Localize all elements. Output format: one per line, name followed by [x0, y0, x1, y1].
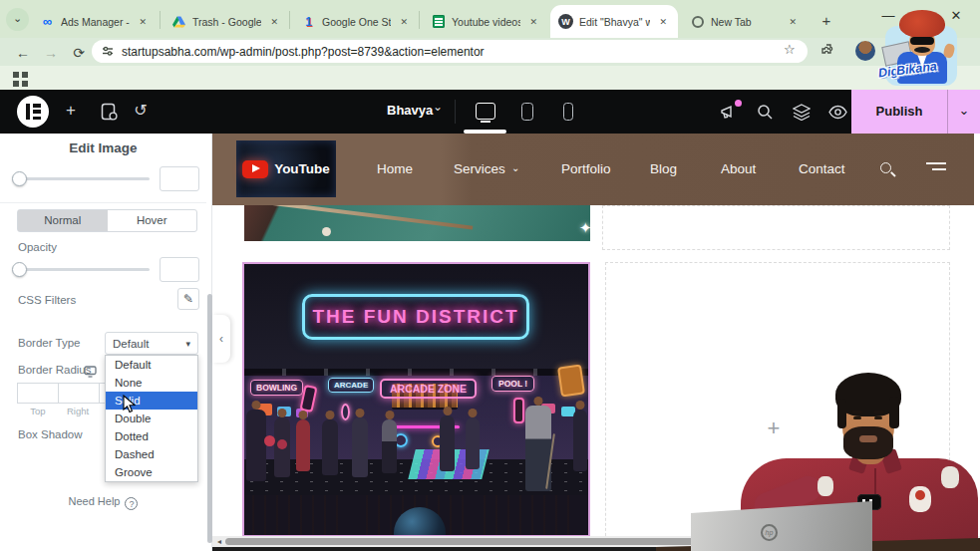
opacity-slider-track[interactable] — [18, 268, 150, 271]
device-tablet-icon[interactable] — [521, 103, 533, 121]
publish-button[interactable]: Publish — [851, 90, 947, 134]
back-icon[interactable]: ← — [12, 42, 34, 64]
user-dropdown-chevron-icon[interactable]: ⌄ — [433, 100, 443, 114]
shirt-chest-logo — [909, 486, 931, 512]
option-dotted[interactable]: Dotted — [106, 427, 197, 445]
new-tab-button[interactable]: + — [816, 10, 837, 32]
nav-contact[interactable]: Contact — [799, 161, 845, 176]
tab-edit-bhavya-active[interactable]: W Edit "Bhavya" with ✕ — [550, 5, 678, 38]
bowling-lane — [252, 495, 344, 535]
device-desktop-icon[interactable] — [476, 103, 495, 120]
tab-title: Google One Stora — [322, 16, 391, 28]
tab-google-one[interactable]: 1 Google One Stora ✕ — [293, 5, 419, 38]
close-tab-icon[interactable]: ✕ — [786, 16, 800, 28]
nav-about[interactable]: About — [721, 161, 756, 176]
notification-dot — [735, 100, 742, 107]
presenter-sideburn — [889, 397, 899, 428]
nav-portfolio[interactable]: Portfolio — [561, 161, 611, 176]
css-filters-edit-icon[interactable]: ✎ — [177, 288, 199, 310]
opacity-slider-handle[interactable] — [12, 262, 27, 277]
digital-bikana-watermark: Digital Bikana — [881, 8, 965, 94]
extensions-icon[interactable] — [821, 44, 835, 62]
need-help-label: Need Help — [69, 495, 121, 507]
tab-title: New Tab — [711, 16, 780, 28]
tab-new-tab[interactable]: New Tab ✕ — [682, 5, 808, 38]
opacity-value-input[interactable] — [160, 257, 199, 282]
user-dropdown-label[interactable]: Bhavya — [387, 103, 433, 118]
radius-right-input[interactable] — [58, 383, 100, 404]
finder-search-icon[interactable] — [757, 104, 774, 125]
border-type-select[interactable]: Default ▾ — [105, 332, 198, 355]
responsive-monitor-icon[interactable] — [84, 364, 97, 382]
wordpress-icon: W — [558, 14, 573, 29]
site-logo[interactable]: YouTube — [236, 140, 336, 197]
apps-grid-icon[interactable] — [13, 72, 19, 78]
bowling-ball-red — [277, 439, 287, 449]
fun-district-image-selected[interactable]: THE FUN DISTRICT BOWLING ARCADE ARCADE Z… — [242, 262, 590, 537]
tab-search-chevron-icon[interactable]: ⌄ — [6, 8, 29, 31]
tab-youtube-sheet[interactable]: Youtube videos co ✕ — [423, 5, 548, 38]
need-help-link[interactable]: Need Help? — [0, 495, 206, 510]
whats-new-megaphone-icon[interactable] — [720, 104, 738, 125]
google-sheets-icon — [431, 14, 446, 29]
pool-table-image[interactable]: ✦ — [244, 205, 590, 241]
tab-hover[interactable]: Hover — [108, 210, 197, 231]
chrome-icon — [690, 14, 705, 29]
nav-home[interactable]: Home — [377, 161, 413, 176]
mouse-cursor — [123, 395, 137, 418]
reload-icon[interactable]: ⟳ — [68, 42, 90, 64]
panel-collapse-button[interactable]: ‹ — [212, 315, 230, 363]
empty-column-placeholder[interactable] — [602, 205, 950, 250]
add-element-icon[interactable]: + — [61, 101, 81, 121]
site-info-icon[interactable] — [102, 43, 114, 61]
history-icon[interactable]: ↺ — [131, 101, 151, 120]
elementor-logo-bar — [33, 110, 41, 114]
preview-eye-icon[interactable] — [828, 105, 847, 124]
size-value-input[interactable] — [160, 166, 199, 191]
bookmarks-bar — [0, 66, 980, 90]
tab-ads-manager[interactable]: ∞ Ads Manager - Ma ✕ — [32, 5, 158, 38]
hp-logo: hp — [761, 524, 778, 541]
tab-separator — [160, 11, 161, 29]
address-bar[interactable]: startupsabha.com/wp-admin/post.php?post=… — [92, 40, 808, 63]
option-solid-highlighted[interactable]: Solid — [106, 392, 197, 410]
option-default[interactable]: Default — [106, 356, 197, 374]
nav-services[interactable]: Services — [454, 161, 505, 176]
nav-blog[interactable]: Blog — [650, 161, 677, 176]
close-tab-icon[interactable]: ✕ — [136, 16, 150, 28]
nav-search-icon[interactable] — [880, 162, 891, 173]
ai-sparkle-icon[interactable]: ✦ — [579, 219, 590, 237]
option-groove[interactable]: Groove — [106, 463, 197, 481]
close-tab-icon[interactable]: ✕ — [526, 16, 540, 28]
nav-menu-icon[interactable] — [926, 162, 946, 174]
vertical-neon-sign — [513, 398, 524, 423]
option-none[interactable]: None — [106, 374, 197, 392]
elementor-menu-logo[interactable] — [17, 96, 49, 128]
device-mobile-icon[interactable] — [563, 103, 573, 121]
close-tab-icon[interactable]: ✕ — [656, 16, 670, 28]
tab-normal[interactable]: Normal — [18, 210, 108, 231]
option-dashed[interactable]: Dashed — [106, 445, 197, 463]
close-tab-icon[interactable]: ✕ — [397, 16, 411, 28]
forward-icon[interactable]: → — [40, 42, 62, 64]
publish-options-chevron-icon[interactable]: ⌄ — [947, 90, 980, 134]
url-text[interactable]: startupsabha.com/wp-admin/post.php?post=… — [122, 45, 485, 59]
structure-layers-icon[interactable] — [793, 104, 811, 125]
orange-wall-sign — [557, 364, 585, 397]
border-type-dropdown-list: Default None Solid Double Dotted Dashed … — [105, 355, 198, 482]
bookmark-star-icon[interactable]: ☆ — [784, 42, 796, 57]
size-slider-handle[interactable] — [12, 171, 27, 186]
youtube-logo-text: YouTube — [274, 161, 330, 176]
close-tab-icon[interactable]: ✕ — [267, 16, 281, 28]
page-settings-icon[interactable] — [101, 103, 118, 125]
shirt-sleeve-logo — [817, 476, 833, 496]
radius-top-label: Top — [28, 406, 48, 416]
presenter-eye — [853, 416, 861, 419]
option-double[interactable]: Double — [106, 410, 197, 427]
size-slider-track[interactable] — [18, 177, 150, 180]
radius-top-input[interactable] — [17, 383, 59, 404]
scroll-left-icon[interactable]: ◂ — [214, 537, 224, 547]
profile-avatar[interactable] — [855, 41, 875, 61]
tab-google-drive[interactable]: Trash - Google Dri ✕ — [163, 5, 289, 38]
ceiling-beam — [244, 369, 588, 376]
